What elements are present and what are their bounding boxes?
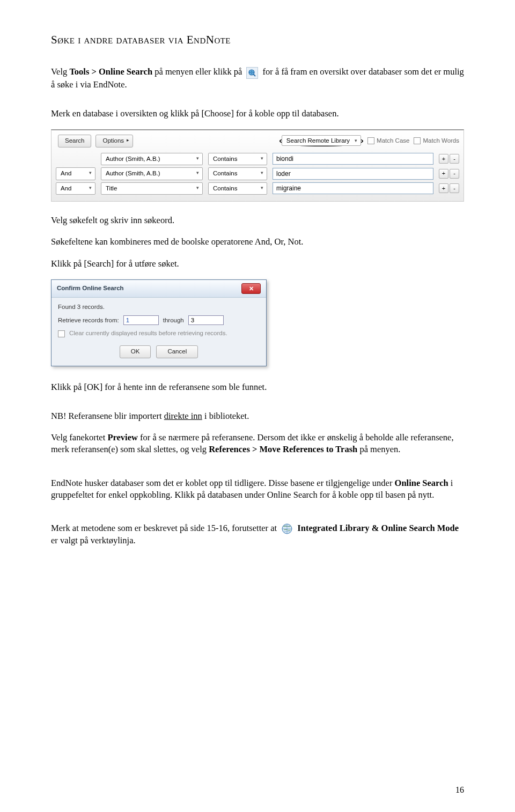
options-button[interactable]: Options	[95, 135, 133, 147]
paragraph: Velg fanekortet Preview for å se nærmere…	[51, 432, 464, 456]
checkbox-label: Clear currently displayed results before…	[69, 329, 227, 338]
page-title: Søke i andre databaser via EndNote	[51, 32, 464, 47]
paragraph: Klikk på [OK] for å hente inn de referan…	[51, 381, 464, 393]
search-panel-figure: Search Options Search Remote Library Mat…	[51, 129, 464, 202]
operator-dropdown[interactable]: Contains	[208, 167, 267, 180]
checkbox-label: Match Words	[423, 137, 459, 145]
text: på menyen.	[357, 444, 400, 454]
menu-path: References > Move References to Trash	[209, 444, 357, 454]
remove-row-button[interactable]: -	[450, 183, 459, 193]
dialog-title: Confirm Online Search	[57, 284, 124, 293]
paragraph: EndNote husker databaser som det er kobl…	[51, 477, 464, 501]
field-dropdown[interactable]: Author (Smith, A.B.)	[101, 153, 203, 166]
remove-row-button[interactable]: -	[450, 169, 459, 179]
search-button[interactable]: Search	[58, 135, 91, 147]
add-row-button[interactable]: +	[439, 183, 448, 193]
from-input[interactable]	[123, 315, 159, 325]
mode-icon	[281, 523, 293, 535]
text: i biblioteket.	[202, 411, 249, 421]
search-term-input[interactable]	[273, 168, 433, 180]
match-words-checkbox[interactable]: Match Words	[414, 137, 459, 145]
paragraph: Merk en database i oversikten og klikk p…	[51, 108, 464, 120]
text: på menyen eller klikk på	[152, 67, 244, 77]
search-row: And Author (Smith, A.B.) Contains +-	[56, 167, 459, 180]
cancel-button[interactable]: Cancel	[156, 345, 198, 358]
remove-row-button[interactable]: -	[450, 154, 459, 164]
operator-dropdown[interactable]: Contains	[208, 153, 267, 166]
found-records-text: Found 3 records.	[58, 303, 260, 312]
text: NB! Referansene blir importert	[51, 411, 164, 421]
text: Merk at metodene som er beskrevet på sid…	[51, 523, 279, 533]
text: EndNote husker databaser som det er kobl…	[51, 478, 395, 488]
search-term-input[interactable]	[273, 182, 433, 194]
search-term-input[interactable]	[273, 153, 433, 165]
checkbox-label: Match Case	[377, 137, 409, 145]
online-search-icon	[246, 67, 258, 79]
mode-name: Integrated Library & Online Search Mode	[295, 523, 459, 533]
paragraph: NB! Referansene blir importert direkte i…	[51, 410, 464, 422]
feature-name: Online Search	[395, 478, 448, 488]
close-icon[interactable]: ✕	[241, 283, 261, 294]
svg-line-1	[253, 74, 255, 76]
tab-name: Preview	[107, 432, 138, 442]
text: Velg fanekortet	[51, 432, 107, 442]
search-row: And Title Contains +-	[56, 182, 459, 195]
through-input[interactable]	[188, 315, 224, 325]
bool-dropdown[interactable]: And	[56, 182, 95, 195]
through-label: through	[163, 316, 184, 325]
paragraph: Klikk på [Search] for å utføre søket.	[51, 258, 464, 270]
match-case-checkbox[interactable]: Match Case	[367, 137, 409, 145]
retrieve-label: Retrieve records from:	[58, 316, 119, 325]
operator-dropdown[interactable]: Contains	[208, 182, 267, 195]
search-target-dropdown[interactable]: Search Remote Library	[282, 135, 361, 146]
confirm-dialog-figure: Confirm Online Search ✕ Found 3 records.…	[51, 279, 267, 366]
paragraph: Velg søkefelt og skriv inn søkeord.	[51, 215, 464, 226]
ok-button[interactable]: OK	[120, 345, 151, 358]
paragraph: Merk at metodene som er beskrevet på sid…	[51, 522, 464, 547]
field-dropdown[interactable]: Title	[101, 182, 203, 195]
menu-path: Tools > Online Search	[69, 67, 152, 77]
field-dropdown[interactable]: Author (Smith, A.B.)	[101, 167, 203, 180]
add-row-button[interactable]: +	[439, 169, 448, 179]
clear-results-checkbox[interactable]: Clear currently displayed results before…	[58, 329, 260, 338]
bool-dropdown[interactable]: And	[56, 167, 95, 180]
paragraph: Søkefeltene kan kombineres med de boolsk…	[51, 236, 464, 248]
text: er valgt på verktøylinja.	[51, 535, 136, 545]
underlined-text: direkte inn	[164, 411, 202, 421]
text: Velg	[51, 67, 69, 77]
paragraph: Velg Tools > Online Search på menyen ell…	[51, 66, 464, 90]
search-row: Author (Smith, A.B.) Contains +-	[56, 153, 459, 166]
add-row-button[interactable]: +	[439, 154, 448, 164]
